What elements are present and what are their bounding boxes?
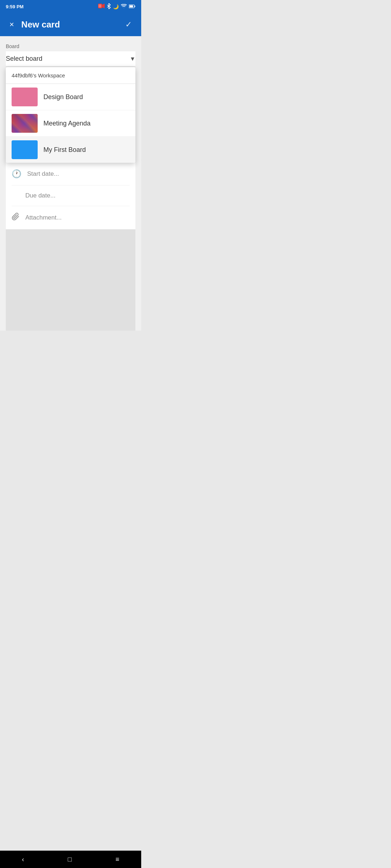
main-content: Board Select board ▼ 44f9dbf6's Workspac… <box>0 36 141 331</box>
status-icons: 🌙 <box>98 3 135 10</box>
svg-rect-2 <box>98 4 101 8</box>
clock-icon: 🕐 <box>12 169 21 179</box>
start-date-row[interactable]: 🕐 Start date... <box>12 163 130 186</box>
wifi-icon <box>121 4 127 9</box>
status-bar: 9:59 PM 🌙 <box>0 0 141 13</box>
board-name-first: My First Board <box>43 146 86 154</box>
list-item[interactable]: Meeting Agenda <box>6 110 135 137</box>
workspace-label: 44f9dbf6's Workspace <box>6 67 135 84</box>
due-date-label: Due date... <box>25 192 55 199</box>
chevron-down-icon: ▼ <box>130 56 135 62</box>
page-title: New card <box>21 20 122 30</box>
svg-marker-1 <box>102 4 105 8</box>
svg-rect-5 <box>130 5 133 7</box>
moon-icon: 🌙 <box>113 4 119 9</box>
bluetooth-icon <box>107 3 111 10</box>
list-item[interactable]: Design Board <box>6 84 135 110</box>
start-date-label: Start date... <box>27 170 59 178</box>
board-thumbnail-meeting <box>12 114 38 133</box>
svg-rect-4 <box>135 5 135 7</box>
board-select-text: Select board <box>6 55 42 63</box>
attachment-icon <box>12 213 20 223</box>
attachment-label: Attachment... <box>25 214 62 221</box>
close-button[interactable]: × <box>7 17 17 32</box>
confirm-button[interactable]: ✓ <box>122 17 135 32</box>
board-dropdown: 44f9dbf6's Workspace Design Board Meetin… <box>6 67 135 163</box>
video-icon <box>98 4 105 9</box>
attachment-row[interactable]: Attachment... <box>12 206 130 229</box>
board-label: Board <box>6 43 135 49</box>
board-thumbnail-first <box>12 140 38 159</box>
board-select[interactable]: Select board ▼ <box>6 51 135 67</box>
form-section: 🕐 Start date... Due date... Attachment..… <box>6 163 135 229</box>
board-name-meeting: Meeting Agenda <box>43 120 91 127</box>
status-time: 9:59 PM <box>6 4 24 9</box>
empty-area <box>6 229 135 331</box>
board-name-design: Design Board <box>43 93 83 101</box>
board-thumbnail-design <box>12 88 38 106</box>
battery-icon <box>129 4 135 9</box>
due-date-row[interactable]: Due date... <box>12 186 130 206</box>
app-bar: × New card ✓ <box>0 13 141 36</box>
list-item[interactable]: My First Board <box>6 137 135 163</box>
